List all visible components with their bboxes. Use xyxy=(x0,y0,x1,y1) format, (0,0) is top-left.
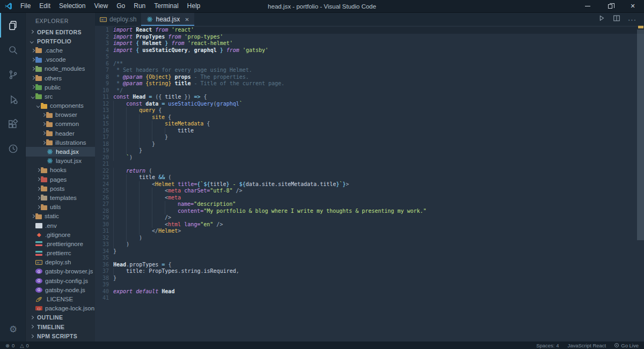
settings-gear-icon[interactable]: ⚙ xyxy=(0,317,25,341)
tree-item-illustrations[interactable]: illustrations xyxy=(26,138,95,147)
tree-item-label: .gitignore xyxy=(45,232,70,238)
status-warning-count: 0 xyxy=(26,343,29,348)
explorer-icon[interactable] xyxy=(0,13,25,38)
sidebar-section-npm-scripts[interactable]: NPM SCRIPTS xyxy=(26,331,95,340)
folder-icon xyxy=(35,94,42,99)
line-number: 35 xyxy=(95,255,113,262)
editor-area: >_deploy.shhead.jsx✕ ··· 123456789101112… xyxy=(95,13,644,341)
plugin-icon[interactable] xyxy=(0,136,25,161)
menu-help[interactable]: Help xyxy=(183,0,205,12)
tree-item-gatsby-browser.js[interactable]: Ggatsby-browser.js xyxy=(26,267,95,276)
sidebar-section-outline[interactable]: OUTLINE xyxy=(26,313,95,322)
tree-item-layout.jsx[interactable]: layout.jsx xyxy=(26,157,95,166)
tree-item-.cache[interactable]: .cache xyxy=(26,46,95,55)
menu-go[interactable]: Go xyxy=(112,0,129,12)
tree-item-pages[interactable]: pages xyxy=(26,175,95,184)
tree-item-deploy.sh[interactable]: >_deploy.sh xyxy=(26,258,95,267)
tree-item-templates[interactable]: templates xyxy=(26,193,95,202)
chevron-right-icon xyxy=(41,142,46,144)
close-button[interactable]: ✕ xyxy=(621,0,644,12)
split-icon[interactable] xyxy=(613,14,620,24)
tree-item-components[interactable]: components xyxy=(26,101,95,110)
line-number: 16 xyxy=(95,128,113,135)
git-icon: ◆ xyxy=(35,232,42,237)
line-number: 26 xyxy=(95,195,113,202)
line-number: 30 xyxy=(95,221,113,228)
restore-button[interactable] xyxy=(599,0,621,12)
run-icon[interactable] xyxy=(598,14,605,24)
tab-close-icon[interactable]: ✕ xyxy=(185,17,189,23)
tree-item-.vscode[interactable]: .vscode xyxy=(26,55,95,64)
tree-item-common[interactable]: common xyxy=(26,120,95,129)
status-javascript-react[interactable]: JavaScript React xyxy=(567,343,606,348)
tree-item-src[interactable]: src xyxy=(26,92,95,101)
tree-item-.gitignore[interactable]: ◆.gitignore xyxy=(26,230,95,239)
status-warning[interactable]: △0 xyxy=(20,343,29,348)
menu-selection[interactable]: Selection xyxy=(55,0,90,12)
status-go-live[interactable]: Go Live xyxy=(614,343,639,348)
menu-file[interactable]: File xyxy=(16,0,35,12)
tree-item-gatsby-node.js[interactable]: Ggatsby-node.js xyxy=(26,285,95,294)
tab-head.jsx[interactable]: head.jsx✕ xyxy=(141,13,194,26)
tree-item-hooks[interactable]: hooks xyxy=(26,166,95,175)
explorer-sidebar: EXPLORER OPEN EDITORSPORTFOLIO.cache.vsc… xyxy=(26,13,95,341)
tree-item-label: TIMELINE xyxy=(37,324,64,330)
line-number: 27 xyxy=(95,201,113,208)
tree-item-others[interactable]: others xyxy=(26,73,95,83)
tree-item-.prettierrc[interactable]: .prettierrc xyxy=(26,249,95,258)
status-spaces-4[interactable]: Spaces: 4 xyxy=(536,343,559,348)
code-line: site { xyxy=(113,114,644,121)
code-line: content="My portfolio & blog where I wri… xyxy=(113,208,644,215)
env-file-icon xyxy=(35,223,42,228)
line-number: 34 xyxy=(95,248,113,255)
tree-item-license[interactable]: LICENSE xyxy=(26,294,95,303)
tree-item-label: deploy.sh xyxy=(45,259,71,265)
tree-item-label: others xyxy=(45,75,62,81)
code-line: Head.propTypes = { xyxy=(113,262,644,269)
source-control-icon[interactable] xyxy=(0,62,25,87)
tree-item-posts[interactable]: posts xyxy=(26,184,95,193)
menu-edit[interactable]: Edit xyxy=(35,0,55,12)
vscode-logo-icon xyxy=(0,2,16,10)
code-line: * @param {string} title - Title of the c… xyxy=(113,80,644,87)
title-bar: FileEditSelectionViewGoRunTerminalHelp h… xyxy=(0,0,644,13)
run-debug-icon[interactable] xyxy=(0,87,25,112)
broadcast-icon xyxy=(614,343,619,347)
code-line: } xyxy=(113,147,644,154)
tree-item-utils[interactable]: utils xyxy=(26,203,95,212)
terminal-icon: >_ xyxy=(35,260,42,265)
line-number: 25 xyxy=(95,188,113,195)
menu-run[interactable]: Run xyxy=(129,0,150,12)
status-error[interactable]: ⊗0 xyxy=(5,343,14,348)
tree-item-static[interactable]: static xyxy=(26,212,95,221)
menu-bar: FileEditSelectionViewGoRunTerminalHelp xyxy=(16,0,204,12)
tree-item-.prettierignore[interactable]: .prettierignore xyxy=(26,239,95,248)
code-line: } xyxy=(113,134,644,141)
tree-item-package-lock.json[interactable]: {}package-lock.json xyxy=(26,304,95,313)
tree-item-label: header xyxy=(55,130,75,137)
tree-item-head.jsx[interactable]: head.jsx xyxy=(26,147,95,156)
menu-view[interactable]: View xyxy=(90,0,112,12)
tab-deploy.sh[interactable]: >_deploy.sh xyxy=(95,13,141,26)
sidebar-section-open-editors[interactable]: OPEN EDITORS xyxy=(26,27,95,36)
code-editor[interactable]: 1234567891011121314151617181920212223242… xyxy=(95,26,644,341)
line-number: 23 xyxy=(95,174,113,181)
tree-item-public[interactable]: public xyxy=(26,83,95,92)
folder-icon xyxy=(41,205,47,210)
sidebar-section-portfolio[interactable]: PORTFOLIO xyxy=(26,36,95,46)
extensions-icon[interactable] xyxy=(0,112,25,136)
tree-item-gatsby-config.js[interactable]: Ggatsby-config.js xyxy=(26,276,95,285)
scrollbar[interactable] xyxy=(637,29,644,240)
sidebar-section-timeline[interactable]: TIMELINE xyxy=(26,322,95,331)
tree-item-node-modules[interactable]: node_modules xyxy=(26,64,95,73)
menu-terminal[interactable]: Terminal xyxy=(150,0,182,12)
line-number: 28 xyxy=(95,208,113,215)
tree-item-.env[interactable]: .env xyxy=(26,221,95,230)
line-number: 20 xyxy=(95,154,113,161)
tree-item-browser[interactable]: browser xyxy=(26,110,95,120)
tree-item-label: src xyxy=(45,93,53,100)
more-icon[interactable]: ··· xyxy=(628,16,636,24)
search-icon[interactable] xyxy=(0,38,25,62)
minimize-button[interactable] xyxy=(576,0,599,12)
tree-item-header[interactable]: header xyxy=(26,129,95,138)
